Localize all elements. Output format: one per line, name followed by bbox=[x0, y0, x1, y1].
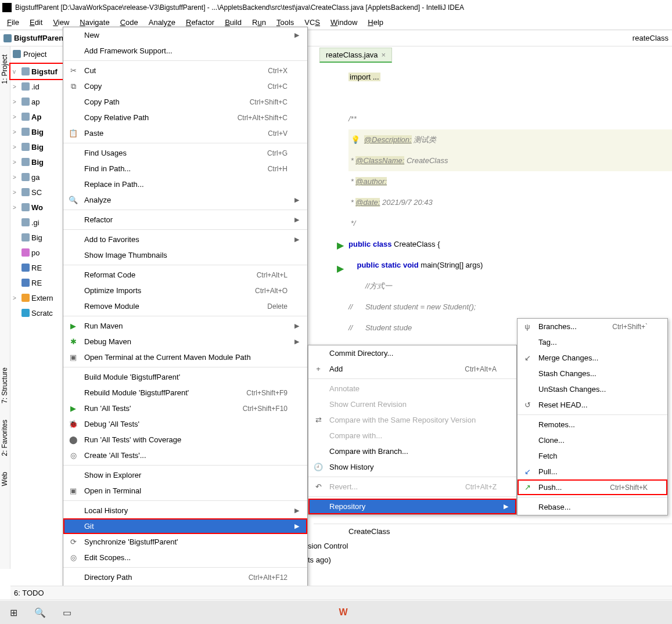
tree-item[interactable]: po bbox=[10, 245, 64, 260]
project-header-label: Project bbox=[23, 50, 46, 59]
menu-item[interactable]: ⟳Synchronize 'BigstuffParent' bbox=[63, 534, 307, 550]
bulb-icon[interactable]: 💡 bbox=[351, 135, 360, 144]
menu-item[interactable]: Replace in Path... bbox=[63, 176, 307, 192]
menu-item[interactable]: ψBranches...Ctrl+Shift+` bbox=[518, 319, 667, 334]
menu-item[interactable]: 🐞Debug 'All Tests' bbox=[63, 416, 307, 432]
menu-item[interactable]: ▣Open in Terminal bbox=[63, 483, 307, 499]
menu-item[interactable]: ↺Reset HEAD... bbox=[518, 397, 667, 413]
menu-item[interactable]: Build Module 'BigstuffParent' bbox=[63, 369, 307, 385]
menu-item[interactable]: ▣Open Terminal at the Current Maven Modu… bbox=[63, 349, 307, 365]
breadcrumb-root[interactable]: BigstuffParent bbox=[14, 34, 66, 42]
menu-item[interactable]: ✱Debug Maven▶ bbox=[63, 334, 307, 349]
tree-item[interactable]: >Extern bbox=[10, 290, 64, 305]
menu-item[interactable]: Remotes... bbox=[518, 417, 667, 432]
tree-item[interactable]: >Big bbox=[10, 139, 64, 154]
menu-item[interactable]: Add to Favorites▶ bbox=[63, 232, 307, 247]
menu-item[interactable]: Rebase... bbox=[518, 499, 667, 515]
menu-item[interactable]: Reformat CodeCtrl+Alt+L bbox=[63, 267, 307, 283]
menu-item[interactable]: Find in Path...Ctrl+H bbox=[63, 161, 307, 176]
toolwindow-project[interactable]: 1: Project bbox=[0, 52, 9, 86]
menu-item[interactable]: ◎Create 'All Tests'... bbox=[63, 448, 307, 463]
menu-item[interactable]: UnStash Changes... bbox=[518, 381, 667, 397]
tree-item[interactable]: vBigstuf bbox=[10, 64, 64, 79]
menu-window[interactable]: Window bbox=[326, 17, 362, 28]
editor-tab[interactable]: reateClass.java × bbox=[319, 48, 392, 63]
menu-item[interactable]: ✂CutCtrl+X bbox=[63, 63, 307, 78]
menu-item[interactable]: Clone... bbox=[518, 432, 667, 448]
menu-item[interactable]: Rebuild Module 'BigstuffParent'Ctrl+Shif… bbox=[63, 385, 307, 401]
menu-item[interactable]: Tag... bbox=[518, 334, 667, 350]
menu-item[interactable]: Show in Explorer bbox=[63, 467, 307, 483]
menu-item[interactable]: Local History▶ bbox=[63, 503, 307, 518]
toolwindow-structure[interactable]: 7: Structure bbox=[0, 365, 9, 406]
menu-item[interactable]: ↙Pull... bbox=[518, 464, 667, 479]
tree-item[interactable]: >ga bbox=[10, 169, 64, 185]
tree-item[interactable]: Big bbox=[10, 230, 64, 245]
menu-item[interactable]: ⧉CopyCtrl+C bbox=[63, 78, 307, 94]
menu-item[interactable]: Find UsagesCtrl+G bbox=[63, 145, 307, 161]
toolwindow-todo[interactable]: 6: TODO bbox=[14, 589, 44, 597]
menu-item[interactable]: Compare with Branch... bbox=[308, 443, 516, 459]
menu-file[interactable]: File bbox=[2, 17, 24, 28]
menu-item: Annotate bbox=[308, 381, 516, 396]
close-icon[interactable]: × bbox=[382, 51, 386, 59]
tree-item[interactable]: .gi bbox=[10, 215, 64, 230]
commits-ago: ts ago) bbox=[290, 553, 672, 567]
breadcrumb-class[interactable]: CreateClass bbox=[348, 527, 390, 536]
wps-icon[interactable]: W bbox=[335, 604, 352, 621]
menu-item[interactable]: Git▶ bbox=[63, 518, 307, 534]
tree-item[interactable]: Scratc bbox=[10, 305, 64, 320]
toolwindow-web[interactable]: Web bbox=[0, 470, 9, 488]
run-gutter-icon[interactable]: ▶ bbox=[337, 235, 344, 256]
tree-item[interactable]: >.id bbox=[10, 79, 64, 94]
breadcrumb-tail[interactable]: reateClass bbox=[633, 34, 669, 42]
menu-item[interactable]: ↗Push...Ctrl+Shift+K bbox=[518, 479, 667, 495]
menu-item[interactable]: Commit Directory... bbox=[308, 345, 516, 361]
menu-item: ⇄Compare with the Same Repository Versio… bbox=[308, 412, 516, 428]
tree-item[interactable]: >Wo bbox=[10, 200, 64, 215]
tree-item[interactable]: >Ap bbox=[10, 109, 64, 124]
menu-item[interactable]: Copy Relative PathCtrl+Alt+Shift+C bbox=[63, 110, 307, 125]
tree-item[interactable]: >Big bbox=[10, 124, 64, 139]
tree-item[interactable]: RE bbox=[10, 260, 64, 275]
tree-item[interactable]: >SC bbox=[10, 185, 64, 200]
title-bar: BigstuffParent [D:\JavaWorkSpace\release… bbox=[0, 0, 672, 15]
editor-tabs: reateClass.java × bbox=[308, 46, 672, 63]
menu-item[interactable]: Refactor▶ bbox=[63, 212, 307, 228]
menu-item[interactable]: Directory PathCtrl+Alt+F12 bbox=[63, 569, 307, 585]
menu-edit[interactable]: Edit bbox=[25, 17, 47, 28]
menu-item[interactable]: Repository▶ bbox=[308, 499, 516, 514]
menu-item[interactable]: 🔍Analyze▶ bbox=[63, 192, 307, 208]
version-control-header[interactable]: sion Control bbox=[290, 539, 672, 553]
menu-item[interactable]: 🕘Show History bbox=[308, 459, 516, 475]
folder-icon bbox=[13, 50, 21, 58]
menu-item[interactable]: ▶Run 'All Tests'Ctrl+Shift+F10 bbox=[63, 401, 307, 416]
menu-item[interactable]: ▶Run Maven▶ bbox=[63, 318, 307, 334]
menu-item[interactable]: ⬤Run 'All Tests' with Coverage bbox=[63, 432, 307, 448]
menu-item[interactable]: Stash Changes... bbox=[518, 366, 667, 381]
menu-item[interactable]: Remove ModuleDelete bbox=[63, 298, 307, 314]
tree-item[interactable]: >ap bbox=[10, 94, 64, 109]
tree-item[interactable]: >Big bbox=[10, 154, 64, 169]
menu-item[interactable]: Copy PathCtrl+Shift+C bbox=[63, 94, 307, 110]
menu-item[interactable]: +AddCtrl+Alt+A bbox=[308, 361, 516, 377]
menu-item[interactable]: New▶ bbox=[63, 27, 307, 43]
toolwindow-favorites[interactable]: 2: Favorites bbox=[0, 417, 9, 459]
project-tree[interactable]: vBigstuf>.id>ap>Ap>Big>Big>Big>ga>SC>Wo.… bbox=[10, 62, 64, 320]
start-button[interactable]: ⊞ bbox=[5, 604, 22, 621]
menu-item[interactable]: Optimize ImportsCtrl+Alt+O bbox=[63, 283, 307, 298]
bottom-tool-bar: 6: TODO bbox=[10, 586, 672, 600]
menu-help[interactable]: Help bbox=[363, 17, 388, 28]
menu-item[interactable]: ↙Merge Changes... bbox=[518, 350, 667, 366]
search-button[interactable]: 🔍 bbox=[31, 604, 49, 621]
menu-item[interactable]: 📋PasteCtrl+V bbox=[63, 125, 307, 141]
run-gutter-icon[interactable]: ▶ bbox=[337, 258, 344, 279]
tree-item[interactable]: RE bbox=[10, 275, 64, 290]
project-header[interactable]: Project bbox=[10, 46, 64, 62]
task-view-button[interactable]: ▭ bbox=[58, 604, 76, 621]
window-title: BigstuffParent [D:\JavaWorkSpace\release… bbox=[15, 3, 464, 12]
menu-item[interactable]: ◎Edit Scopes... bbox=[63, 550, 307, 565]
menu-item[interactable]: Fetch bbox=[518, 448, 667, 464]
menu-item[interactable]: Add Framework Support... bbox=[63, 43, 307, 59]
menu-item[interactable]: Show Image Thumbnails bbox=[63, 247, 307, 263]
